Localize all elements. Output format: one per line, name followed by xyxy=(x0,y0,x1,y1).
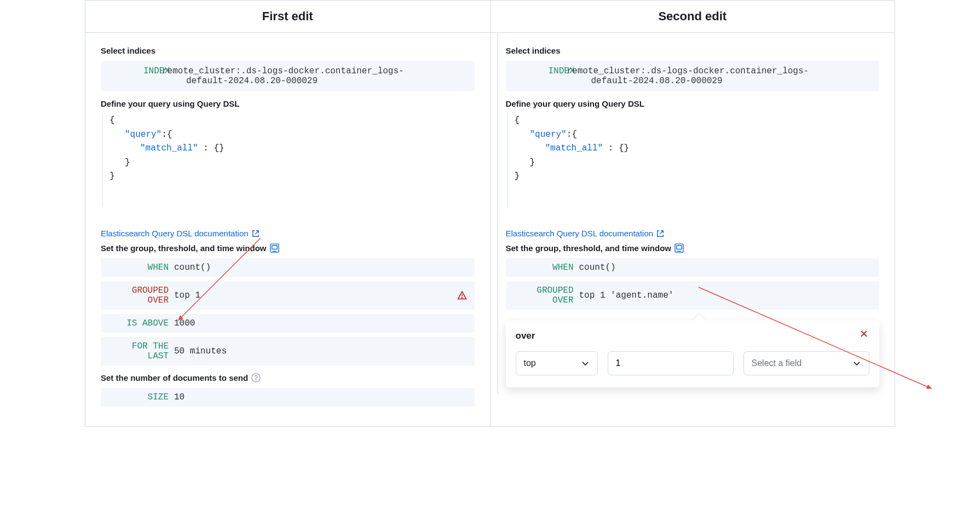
query-editor[interactable]: { "query":{ "match_all" : {} } } xyxy=(102,114,475,207)
over-popover: over top Select a field xyxy=(506,321,880,387)
warning-icon xyxy=(457,291,467,300)
popover-caret xyxy=(693,315,705,327)
question-help-icon[interactable] xyxy=(251,373,261,382)
index-block[interactable]: INDEX remote_cluster:.ds-logs-docker.con… xyxy=(506,61,880,91)
for-last-row[interactable]: FOR THE LAST 50 minutes xyxy=(101,337,475,365)
index-line1: remote_cluster:.ds-logs-docker.container… xyxy=(562,66,809,76)
label-define-query: Define your query using Query DSL xyxy=(506,99,880,108)
column-header-first: First edit xyxy=(85,1,490,33)
grouped-over-row[interactable]: GROUPED OVER top 1 'agent.name' xyxy=(506,281,880,310)
label-set-docs: Set the number of documents to send xyxy=(101,373,475,382)
column-header-second: Second edit xyxy=(490,1,895,33)
chevron-down-icon xyxy=(852,359,861,368)
grouped-over-row[interactable]: GROUPED OVER top 1 xyxy=(101,281,475,310)
when-row[interactable]: WHEN count() xyxy=(101,258,475,277)
count-input[interactable] xyxy=(608,351,734,375)
settings-help-icon[interactable] xyxy=(675,243,684,253)
top-select[interactable]: top xyxy=(516,351,598,375)
label-define-query: Define your query using Query DSL xyxy=(101,99,475,108)
svg-point-4 xyxy=(256,380,256,380)
svg-rect-7 xyxy=(677,246,682,249)
first-edit-panel: Select indices INDEX remote_cluster:.ds-… xyxy=(85,33,490,426)
close-icon xyxy=(860,329,868,338)
second-edit-panel: Select indices INDEX remote_cluster:.ds-… xyxy=(490,33,895,426)
popover-close-button[interactable] xyxy=(858,328,869,339)
index-line1: remote_cluster:.ds-logs-docker.container… xyxy=(157,66,404,76)
svg-rect-1 xyxy=(272,246,276,249)
label-select-indices: Select indices xyxy=(101,46,475,55)
query-editor[interactable]: { "query":{ "match_all" : {} } } xyxy=(507,114,880,207)
when-row[interactable]: WHEN count() xyxy=(506,258,880,277)
label-select-indices: Select indices xyxy=(506,46,880,55)
popover-title: over xyxy=(516,330,870,341)
label-set-group: Set the group, threshold, and time windo… xyxy=(101,243,475,253)
index-line2: default-2024.08.20-000029 xyxy=(562,76,723,86)
external-link-icon xyxy=(252,230,260,237)
chevron-down-icon xyxy=(581,359,590,368)
external-link-icon xyxy=(656,230,664,237)
index-block[interactable]: INDEX remote_cluster:.ds-logs-docker.con… xyxy=(101,61,475,91)
svg-point-2 xyxy=(462,298,462,298)
settings-help-icon[interactable] xyxy=(270,243,279,253)
label-set-group: Set the group, threshold, and time windo… xyxy=(506,243,880,253)
size-row[interactable]: SIZE 10 xyxy=(101,388,475,407)
field-select[interactable]: Select a field xyxy=(743,351,870,375)
index-line2: default-2024.08.20-000029 xyxy=(157,76,318,86)
scroll-indicator xyxy=(497,33,498,394)
is-above-row[interactable]: IS ABOVE 1000 xyxy=(101,314,475,333)
doc-link[interactable]: Elasticsearch Query DSL documentation xyxy=(506,229,665,238)
doc-link[interactable]: Elasticsearch Query DSL documentation xyxy=(101,229,260,238)
